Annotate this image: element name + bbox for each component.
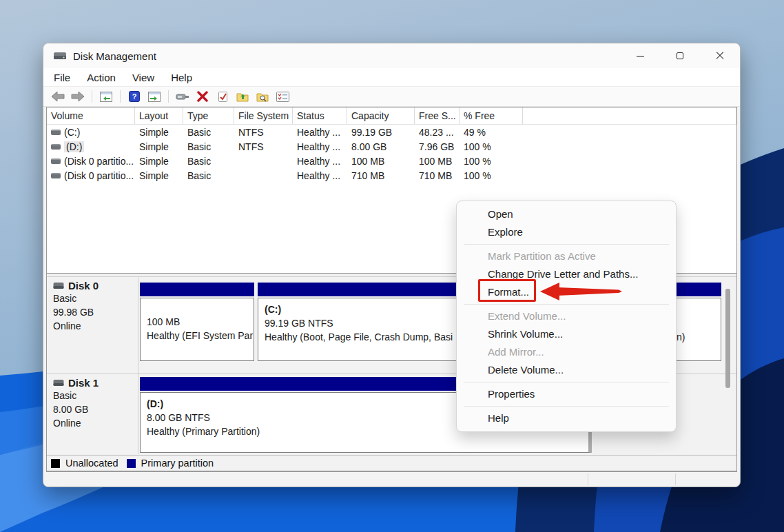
menu-separator bbox=[464, 382, 669, 382]
menu-file[interactable]: File bbox=[54, 72, 70, 83]
cell-layout: Simple bbox=[135, 141, 183, 152]
vertical-scrollbar[interactable] bbox=[725, 289, 730, 388]
partition-health-clipped: n) bbox=[677, 330, 685, 344]
properties-list-icon[interactable] bbox=[275, 89, 290, 104]
partition-health: Healthy (EFI System Par bbox=[147, 329, 247, 342]
cell-capacity: 99.19 GB bbox=[347, 127, 415, 138]
statusbar bbox=[46, 472, 737, 487]
partition-color-bar bbox=[140, 283, 254, 296]
volume-list-header: Volume Layout Type File System Status Ca… bbox=[47, 108, 736, 125]
delete-icon[interactable] bbox=[195, 89, 210, 104]
maximize-button[interactable] bbox=[660, 43, 700, 68]
menu-item-explore[interactable]: Explore bbox=[457, 223, 676, 241]
disk-icon bbox=[53, 379, 64, 387]
minimize-button[interactable] bbox=[620, 43, 660, 68]
cell-status: Healthy ... bbox=[293, 127, 347, 138]
cell-free-space: 7.96 GB bbox=[415, 141, 460, 152]
volume-icon bbox=[51, 130, 61, 135]
table-row-selected[interactable]: (D:) Simple Basic NTFS Healthy ... 8.00 … bbox=[47, 139, 736, 154]
disk-divider bbox=[138, 277, 138, 374]
unallocated-swatch bbox=[51, 459, 60, 468]
col-status[interactable]: Status bbox=[293, 108, 347, 124]
volume-name: (Disk 0 partitio... bbox=[64, 156, 134, 167]
cell-free-space: 710 MB bbox=[415, 170, 460, 181]
volume-name: (C:) bbox=[64, 127, 80, 138]
disk-size: 8.00 GB bbox=[53, 402, 137, 416]
volume-context-menu: Open Explore Mark Partition as Active Ch… bbox=[456, 201, 677, 432]
disk-status: Online bbox=[53, 319, 137, 333]
cell-type: Basic bbox=[183, 156, 234, 167]
volume-icon bbox=[51, 144, 61, 150]
maximize-icon bbox=[677, 52, 683, 59]
forward-icon[interactable] bbox=[70, 89, 85, 104]
col-volume[interactable]: Volume bbox=[47, 108, 135, 124]
cell-layout: Simple bbox=[135, 170, 183, 181]
menu-action[interactable]: Action bbox=[87, 72, 116, 83]
col-free-space[interactable]: Free S... bbox=[415, 108, 460, 124]
toolbar-separator bbox=[92, 90, 92, 103]
cell-pct-free: 100 % bbox=[460, 141, 523, 152]
statusbar-divider bbox=[588, 473, 588, 485]
menu-item-delete-volume[interactable]: Delete Volume... bbox=[457, 361, 676, 379]
show-console-tree-icon[interactable] bbox=[99, 89, 114, 104]
disk-size: 99.98 GB bbox=[53, 305, 137, 319]
table-row[interactable]: (Disk 0 partitio... Simple Basic Healthy… bbox=[47, 154, 736, 168]
back-icon[interactable] bbox=[50, 89, 65, 104]
cell-status: Healthy ... bbox=[293, 170, 347, 181]
disk-type: Basic bbox=[53, 291, 137, 305]
table-row[interactable]: (Disk 0 partitio... Simple Basic Healthy… bbox=[47, 168, 736, 183]
menu-help[interactable]: Help bbox=[171, 72, 192, 83]
toolbar-separator bbox=[120, 90, 121, 103]
disk-1-header[interactable]: Disk 1 Basic 8.00 GB Online bbox=[48, 377, 137, 430]
col-pct-free[interactable]: % Free bbox=[460, 108, 523, 124]
svg-text:?: ? bbox=[132, 92, 137, 101]
col-file-system[interactable]: File System bbox=[234, 108, 293, 124]
disk-type: Basic bbox=[53, 389, 137, 402]
device-tool-icon[interactable] bbox=[175, 89, 190, 104]
legend-primary-partition: Primary partition bbox=[141, 458, 214, 469]
minimize-icon bbox=[637, 56, 644, 57]
col-layout[interactable]: Layout bbox=[135, 108, 183, 124]
app-disk-icon bbox=[53, 50, 67, 61]
disk-0-header[interactable]: Disk 0 Basic 99.98 GB Online bbox=[48, 280, 137, 333]
menu-view[interactable]: View bbox=[132, 72, 154, 83]
col-type[interactable]: Type bbox=[183, 108, 234, 124]
cell-file-system: NTFS bbox=[234, 127, 293, 138]
menu-item-mark-partition-active: Mark Partition as Active bbox=[457, 247, 676, 265]
toolbar: ? bbox=[43, 87, 740, 107]
partition-efi[interactable]: 100 MB Healthy (EFI System Par bbox=[140, 283, 254, 361]
primary-partition-swatch bbox=[127, 459, 136, 468]
menu-item-shrink-volume[interactable]: Shrink Volume... bbox=[457, 325, 676, 343]
disk-icon bbox=[53, 282, 64, 289]
volume-name: (Disk 0 partitio... bbox=[64, 170, 134, 181]
cell-capacity: 710 MB bbox=[347, 170, 415, 181]
cell-pct-free: 49 % bbox=[460, 127, 523, 138]
cell-type: Basic bbox=[183, 170, 234, 181]
open-folder-icon[interactable] bbox=[235, 89, 250, 104]
menu-item-extend-volume: Extend Volume... bbox=[457, 307, 676, 325]
cell-capacity: 100 MB bbox=[347, 156, 415, 167]
table-row[interactable]: (C:) Simple Basic NTFS Healthy ... 99.19… bbox=[47, 125, 736, 139]
cell-status: Healthy ... bbox=[293, 156, 347, 167]
check-document-icon[interactable] bbox=[215, 89, 230, 104]
cell-pct-free: 100 % bbox=[460, 170, 523, 181]
cell-type: Basic bbox=[183, 127, 234, 138]
menu-item-open[interactable]: Open bbox=[457, 205, 676, 223]
col-capacity[interactable]: Capacity bbox=[347, 108, 415, 124]
cell-layout: Simple bbox=[135, 156, 183, 167]
menu-item-properties[interactable]: Properties bbox=[457, 385, 676, 403]
show-action-pane-icon[interactable] bbox=[147, 89, 162, 104]
menubar: File Action View Help bbox=[43, 68, 740, 87]
menu-separator bbox=[464, 406, 669, 407]
menu-item-add-mirror: Add Mirror... bbox=[457, 343, 676, 361]
cell-status: Healthy ... bbox=[293, 141, 347, 152]
volume-icon bbox=[51, 173, 61, 178]
explore-folder-icon[interactable] bbox=[255, 89, 270, 104]
menu-item-help[interactable]: Help bbox=[457, 409, 676, 427]
close-button[interactable] bbox=[700, 43, 740, 68]
help-icon[interactable]: ? bbox=[127, 89, 142, 104]
partition-size: 100 MB bbox=[147, 315, 247, 329]
cell-file-system: NTFS bbox=[234, 141, 293, 152]
cell-free-space: 48.23 ... bbox=[415, 127, 460, 138]
menu-separator bbox=[464, 244, 669, 245]
